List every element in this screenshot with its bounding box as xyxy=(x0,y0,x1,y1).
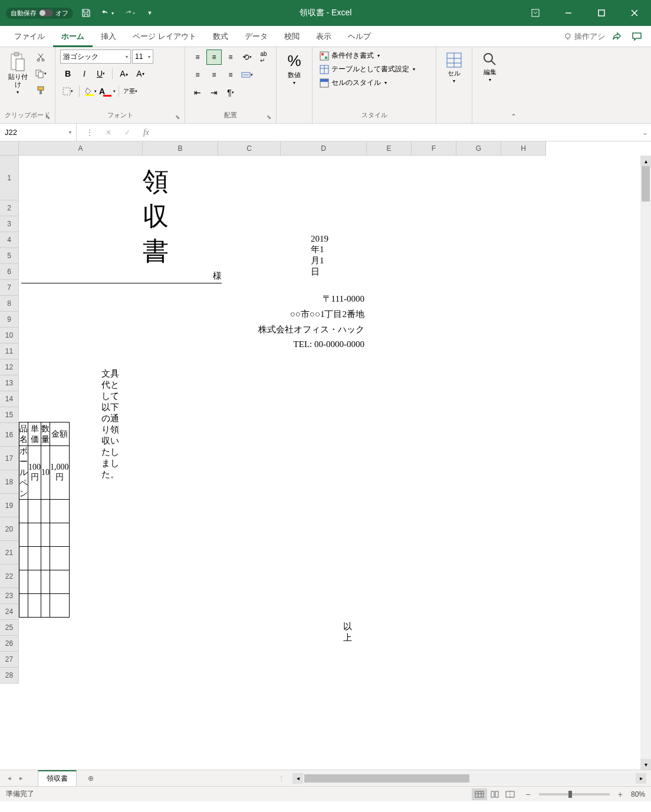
vertical-scrollbar[interactable]: ▴ ▾ xyxy=(640,156,651,770)
namebox-launcher-icon[interactable]: ⋮ xyxy=(83,126,97,140)
align-bottom-icon[interactable]: ≡ xyxy=(223,49,238,65)
increase-font-icon[interactable]: A▴ xyxy=(116,66,131,81)
autosave-toggle[interactable]: 自動保存 オフ xyxy=(6,8,73,19)
formula-input[interactable] xyxy=(159,124,639,141)
table-cell[interactable]: ボールペン xyxy=(19,446,28,500)
ribbon-options-icon[interactable] xyxy=(519,0,552,26)
cell-styles-button[interactable]: セルのスタイル▾ xyxy=(317,77,417,89)
cut-icon[interactable] xyxy=(33,49,48,65)
view-normal-icon[interactable] xyxy=(472,788,487,800)
wrap-text-icon[interactable]: ab↵ xyxy=(256,49,271,65)
name-box-input[interactable] xyxy=(5,128,58,137)
enter-icon[interactable]: ✓ xyxy=(120,126,134,140)
row-header[interactable]: 19 xyxy=(0,494,19,517)
zoom-in-button[interactable]: + xyxy=(616,790,625,799)
table-cell[interactable] xyxy=(50,523,70,547)
zoom-thumb[interactable] xyxy=(568,791,572,798)
view-pagebreak-icon[interactable] xyxy=(502,788,518,800)
row-header[interactable]: 10 xyxy=(0,328,19,344)
row-header[interactable]: 26 xyxy=(0,636,19,652)
tab-review[interactable]: 校閲 xyxy=(276,26,308,47)
name-box[interactable]: ▾ xyxy=(0,124,77,141)
row-header[interactable]: 24 xyxy=(0,604,19,620)
scroll-up-icon[interactable]: ▴ xyxy=(640,156,651,166)
row-header[interactable]: 18 xyxy=(0,470,19,494)
table-cell[interactable] xyxy=(28,523,41,547)
collapse-ribbon-icon[interactable]: ⌃ xyxy=(508,47,520,123)
row-header[interactable]: 17 xyxy=(0,447,19,470)
row-header[interactable]: 20 xyxy=(0,517,19,541)
align-top-icon[interactable]: ≡ xyxy=(190,49,205,65)
row-header[interactable]: 8 xyxy=(0,296,19,312)
row-header[interactable]: 2 xyxy=(0,200,19,216)
row-header[interactable]: 13 xyxy=(0,375,19,391)
column-header[interactable]: C xyxy=(218,141,281,156)
table-cell[interactable] xyxy=(28,594,41,618)
row-header[interactable]: 22 xyxy=(0,565,19,588)
decrease-indent-icon[interactable]: ⇤ xyxy=(190,85,205,100)
tab-file[interactable]: ファイル xyxy=(6,26,53,47)
table-cell[interactable] xyxy=(28,500,41,523)
table-cell[interactable] xyxy=(19,547,28,570)
zoom-out-button[interactable]: − xyxy=(524,790,533,799)
tab-home[interactable]: ホーム xyxy=(53,26,93,47)
column-header[interactable]: H xyxy=(501,141,546,156)
row-header[interactable]: 14 xyxy=(0,391,19,407)
row-header[interactable]: 5 xyxy=(0,248,19,264)
column-header[interactable]: G xyxy=(456,141,501,156)
sheet-tab-menu-icon[interactable]: ⋮ xyxy=(275,775,288,781)
rtl-icon[interactable]: ¶▾ xyxy=(223,85,238,100)
format-table-button[interactable]: テーブルとして書式設定▾ xyxy=(317,63,417,75)
add-sheet-icon[interactable]: ⊕ xyxy=(84,771,98,785)
row-header[interactable]: 15 xyxy=(0,407,19,423)
increase-indent-icon[interactable]: ⇥ xyxy=(206,85,222,100)
save-icon[interactable] xyxy=(78,5,94,21)
zoom-level[interactable]: 80% xyxy=(631,790,645,798)
sheet-nav-next-icon[interactable]: ▸ xyxy=(17,774,26,783)
hscroll-thumb[interactable] xyxy=(304,774,469,783)
merge-cells-icon[interactable]: ▾ xyxy=(239,67,255,82)
table-cell[interactable] xyxy=(41,500,50,523)
alignment-launcher-icon[interactable]: ⬊ xyxy=(267,114,275,122)
fx-icon[interactable]: fx xyxy=(139,126,153,140)
table-cell[interactable]: 10 xyxy=(41,446,50,500)
redo-icon[interactable]: ▾ xyxy=(120,5,137,21)
format-painter-icon[interactable] xyxy=(33,82,48,98)
scroll-right-icon[interactable]: ▸ xyxy=(636,773,646,784)
comments-button[interactable] xyxy=(629,28,645,45)
sheet-tab-active[interactable]: 領収書 xyxy=(38,770,77,786)
tab-layout[interactable]: ページ レイアウト xyxy=(124,26,205,47)
tab-formulas[interactable]: 数式 xyxy=(205,26,236,47)
font-color-icon[interactable]: A▾ xyxy=(100,84,115,99)
underline-button[interactable]: U▾ xyxy=(93,66,108,81)
tab-help[interactable]: ヘルプ xyxy=(340,26,379,47)
column-header[interactable]: A xyxy=(19,141,143,156)
row-header[interactable]: 1 xyxy=(0,156,19,200)
font-size-select[interactable]: 11 ▾ xyxy=(132,49,153,64)
select-all-corner[interactable] xyxy=(0,141,19,156)
table-cell[interactable]: 1,000円 xyxy=(50,446,70,500)
decrease-font-icon[interactable]: A▾ xyxy=(133,66,148,81)
table-cell[interactable] xyxy=(41,523,50,547)
fill-color-icon[interactable]: ▾ xyxy=(83,84,98,99)
close-button[interactable] xyxy=(618,0,651,26)
row-header[interactable]: 16 xyxy=(0,423,19,447)
table-cell[interactable] xyxy=(19,594,28,618)
table-cell[interactable] xyxy=(28,570,41,594)
column-header[interactable]: F xyxy=(412,141,456,156)
undo-icon[interactable]: ▾ xyxy=(99,5,116,21)
row-header[interactable]: 9 xyxy=(0,312,19,328)
row-header[interactable]: 27 xyxy=(0,652,19,668)
font-name-select[interactable]: 游ゴシック ▾ xyxy=(60,49,131,64)
align-middle-icon[interactable]: ≡ xyxy=(206,49,222,65)
align-right-icon[interactable]: ≡ xyxy=(223,67,238,82)
column-header[interactable]: B xyxy=(143,141,218,156)
borders-icon[interactable]: ▾ xyxy=(60,84,75,99)
cells-area[interactable]: 領収書 2019年1月1日 様 〒111-0000 ○○市○○1丁目2番地 株式… xyxy=(19,156,651,684)
scroll-down-icon[interactable]: ▾ xyxy=(640,759,651,770)
scroll-thumb[interactable] xyxy=(642,166,650,202)
table-cell[interactable] xyxy=(50,500,70,523)
row-header[interactable]: 4 xyxy=(0,232,19,248)
conditional-format-button[interactable]: 条件付き書式▾ xyxy=(317,49,417,62)
italic-button[interactable]: I xyxy=(77,66,92,81)
